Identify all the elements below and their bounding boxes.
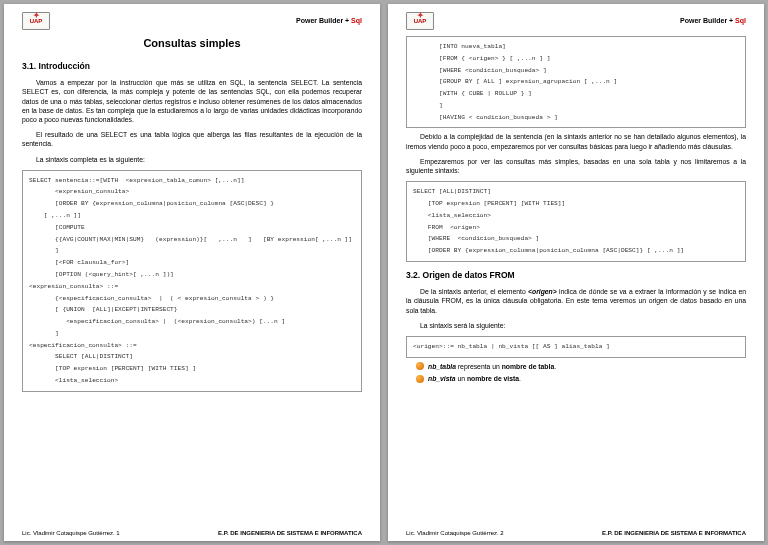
page-1: UAP Power Builder + Sql Consultas simple…: [4, 4, 380, 541]
simple-queries-paragraph: Empezaremos por ver las consultas más si…: [406, 157, 746, 175]
syntax-intro-paragraph: La sintaxis será la siguiente:: [406, 321, 746, 330]
from-paragraph: De la sintaxis anterior, el elemento <or…: [406, 287, 746, 315]
bullet-text: nb_vista un nombre de vista.: [428, 374, 521, 383]
section-heading-from: 3.2. Origen de datos FROM: [406, 270, 746, 281]
from-para-prefix: De la sintaxis anterior, el elemento: [420, 288, 528, 295]
header-title: Power Builder + Sql: [296, 16, 362, 25]
doc-title: Consultas simples: [22, 36, 362, 51]
uap-logo: UAP: [22, 12, 50, 30]
page-2: UAP Power Builder + Sql [INTO nueva_tabl…: [388, 4, 764, 541]
footer-author: Lic. Vladimir Cotaquispe Gutiérrez. 2: [406, 529, 504, 537]
bullet-nb-tabla: nb_tabla representa un nombre de tabla.: [416, 362, 746, 371]
bullet-text: nb_tabla representa un nombre de tabla.: [428, 362, 556, 371]
footer-program: E.P. DE INGENIERIA DE SISTEMA E INFORMAT…: [602, 529, 746, 537]
intro-paragraph-2: El resultado de una SELECT es una tabla …: [22, 130, 362, 148]
header-prefix: Power Builder +: [680, 17, 735, 24]
header-suffix: Sql: [351, 17, 362, 24]
syntax-code-block-2: [INTO nueva_tabla] [FROM { <origen> } [ …: [406, 36, 746, 128]
page-footer-2: Lic. Vladimir Cotaquispe Gutiérrez. 2 E.…: [406, 529, 746, 537]
bullet-mid: representa un: [456, 363, 502, 370]
intro-paragraph-1: Vamos a empezar por la instrucción que m…: [22, 78, 362, 124]
page-header: UAP Power Builder + Sql: [406, 12, 746, 30]
intro-paragraph-3: La sintaxis completa es la siguiente:: [22, 155, 362, 164]
footer-program: E.P. DE INGENIERIA DE SISTEMA E INFORMAT…: [218, 529, 362, 537]
syntax-code-block-3: SELECT [ALL|DISTINCT] [TOP expresion [PE…: [406, 181, 746, 262]
bullet-em: nb_vista: [428, 375, 456, 382]
bullet-em: nb_tabla: [428, 363, 456, 370]
from-para-em: <origen>: [528, 288, 557, 295]
footer-author: Lic. Vladimir Cotaquispe Gutiérrez. 1: [22, 529, 120, 537]
section-heading-intro: 3.1. Introducción: [22, 61, 362, 72]
bullet-mid: un: [456, 375, 467, 382]
syntax-code-block-4: <origen>::= nb_tabla | nb_vista [[ AS ] …: [406, 336, 746, 358]
bullet-nb-vista: nb_vista un nombre de vista.: [416, 374, 746, 383]
bullet-dot-icon: [416, 375, 424, 383]
page-footer-1: Lic. Vladimir Cotaquispe Gutiérrez. 1 E.…: [22, 529, 362, 537]
uap-logo: UAP: [406, 12, 434, 30]
bullet-dot-icon: [416, 362, 424, 370]
page-header: UAP Power Builder + Sql: [22, 12, 362, 30]
syntax-code-block-1: SELECT sentencia::=[WITH <expresion_tabl…: [22, 170, 362, 392]
header-prefix: Power Builder +: [296, 17, 351, 24]
bullet-bold: nombre de vista: [467, 375, 519, 382]
header-suffix: Sql: [735, 17, 746, 24]
bullet-bold: nombre de tabla: [502, 363, 555, 370]
header-title: Power Builder + Sql: [680, 16, 746, 25]
complexity-paragraph: Debido a la complejidad de la sentencia …: [406, 132, 746, 150]
